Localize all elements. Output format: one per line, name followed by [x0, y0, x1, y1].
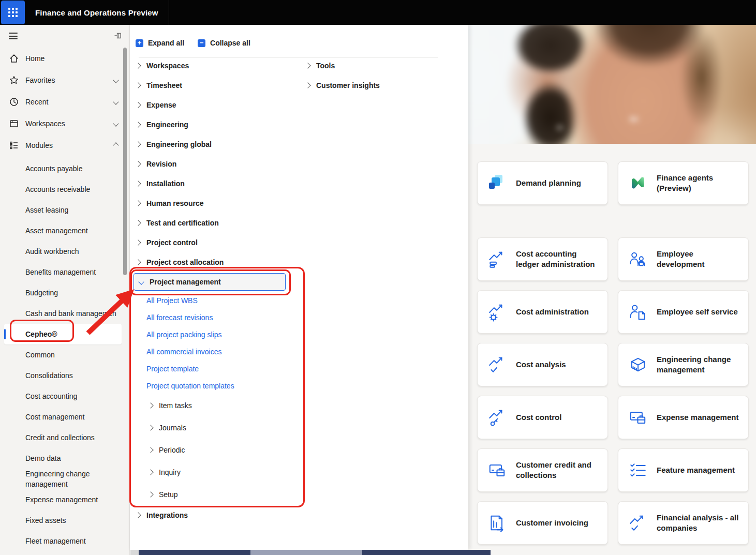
- sidebar-item-home[interactable]: Home: [0, 48, 129, 69]
- module-menu-flyout: + Expand all − Collapse all Workspaces T…: [130, 25, 468, 550]
- tile-cost-analysis[interactable]: Cost analysis: [477, 343, 608, 386]
- workspaces-icon: [9, 118, 19, 129]
- left-navigation-sidebar: Home Favorites Recent Workspaces Modules…: [0, 25, 130, 555]
- tree-item-integrations[interactable]: Integrations: [130, 505, 301, 525]
- menu-link-all-commercial-invoices[interactable]: All commercial invoices: [130, 343, 301, 360]
- module-expense-management[interactable]: Expense management: [4, 489, 122, 510]
- chevron-up-icon: [113, 142, 118, 148]
- tree-item-engineering-global[interactable]: Engineering global: [130, 134, 301, 154]
- tile-customer-credit-and-collections[interactable]: Customer credit and collections: [477, 448, 608, 492]
- menu-link-all-forecast-revisions[interactable]: All forecast revisions: [130, 309, 301, 326]
- app-launcher-waffle-icon[interactable]: [1, 1, 25, 24]
- tree-item-project-management-expanded[interactable]: Project management: [130, 272, 301, 292]
- tree-item-customer-insights[interactable]: Customer insights: [300, 76, 455, 95]
- module-audit-workbench[interactable]: Audit workbench: [4, 241, 122, 262]
- horizontal-scrollbar-thumb[interactable]: [250, 550, 362, 555]
- module-cost-accounting[interactable]: Cost accounting: [4, 386, 122, 407]
- sidebar-header: [0, 25, 129, 48]
- chevron-right-icon: [305, 63, 310, 68]
- chevron-down-icon: [113, 99, 118, 104]
- tree-item-revision[interactable]: Revision: [130, 154, 301, 174]
- tile-employee-development[interactable]: Employee development: [618, 237, 749, 281]
- menu-link-project-template[interactable]: Project template: [130, 360, 301, 377]
- module-fixed-assets[interactable]: Fixed assets: [4, 510, 122, 531]
- menu-group-setup[interactable]: Setup: [130, 483, 301, 505]
- tile-cost-control[interactable]: Cost control: [477, 396, 608, 439]
- tile-demand-planning[interactable]: Demand planning: [477, 161, 608, 205]
- sidebar-item-recent[interactable]: Recent: [0, 91, 129, 113]
- chevron-right-icon: [135, 161, 141, 167]
- people-icon: [628, 249, 648, 269]
- tree-item-installation[interactable]: Installation: [130, 174, 301, 193]
- module-demo-data[interactable]: Demo data: [4, 448, 122, 469]
- menu-tree-left-column: Workspaces Timesheet Expense Engineering…: [130, 56, 301, 525]
- workspace-tiles-grid: Demand planning Finance agents (Preview)…: [477, 161, 749, 545]
- menu-group-inquiry[interactable]: Inquiry: [130, 461, 301, 483]
- trend-bars-icon: [487, 249, 508, 269]
- tree-item-timesheet[interactable]: Timesheet: [130, 76, 301, 95]
- chevron-right-icon: [135, 220, 141, 226]
- menu-toolbar: + Expand all − Collapse all: [136, 39, 250, 47]
- tree-item-human-resource[interactable]: Human resource: [130, 193, 301, 213]
- collapse-all-icon: −: [198, 39, 205, 47]
- menu-group-journals[interactable]: Journals: [130, 416, 301, 439]
- app-title[interactable]: Finance and Operations Preview: [35, 8, 158, 17]
- module-cost-management[interactable]: Cost management: [4, 407, 122, 427]
- chevron-down-icon: [113, 121, 118, 126]
- module-budgeting[interactable]: Budgeting: [4, 282, 122, 303]
- trend-check-icon: [487, 354, 508, 375]
- tile-cost-administration[interactable]: Cost administration: [477, 290, 608, 334]
- tree-item-project-cost-allocation[interactable]: Project cost allocation: [130, 252, 301, 272]
- menu-link-project-quotation-templates[interactable]: Project quotation templates: [130, 377, 301, 394]
- module-credit-and-collections[interactable]: Credit and collections: [4, 427, 122, 448]
- chevron-right-icon: [147, 447, 153, 453]
- module-asset-leasing[interactable]: Asset leasing: [4, 200, 122, 220]
- tile-financial-analysis-all-companies[interactable]: Financial analysis - all companies: [618, 501, 749, 545]
- tree-item-tools[interactable]: Tools: [300, 56, 455, 76]
- sidebar-item-favorites[interactable]: Favorites: [0, 69, 129, 91]
- collapse-all-button[interactable]: − Collapse all: [198, 39, 250, 47]
- tile-engineering-change-management[interactable]: Engineering change management: [618, 343, 749, 386]
- tiles-section-spacer: [477, 214, 749, 228]
- sidebar-scrollbar[interactable]: [123, 48, 127, 275]
- chevron-right-icon: [147, 469, 153, 475]
- module-accounts-payable[interactable]: Accounts payable: [4, 158, 122, 179]
- module-consolidations[interactable]: Consolidations: [4, 365, 122, 386]
- tree-item-engineering[interactable]: Engineering: [130, 115, 301, 134]
- module-fleet-management[interactable]: Fleet management: [4, 531, 122, 551]
- chevron-right-icon: [135, 200, 141, 206]
- chevron-down-icon: [113, 77, 118, 83]
- tile-feature-management[interactable]: Feature management: [618, 448, 749, 492]
- tile-finance-agents-preview[interactable]: Finance agents (Preview): [618, 161, 749, 205]
- tree-item-test-and-certification[interactable]: Test and certification: [130, 213, 301, 233]
- project-management-selected-row[interactable]: Project management: [134, 273, 286, 291]
- tree-item-project-control[interactable]: Project control: [130, 233, 301, 252]
- tile-cost-accounting-ledger-administration[interactable]: Cost accounting ledger administration: [477, 237, 608, 281]
- sidebar-item-workspaces[interactable]: Workspaces: [0, 113, 129, 134]
- module-cepheo[interactable]: Cepheo®: [4, 324, 122, 344]
- module-common[interactable]: Common: [4, 344, 122, 365]
- menu-link-all-project-wbs[interactable]: All Project WBS: [130, 292, 301, 309]
- chevron-right-icon: [135, 141, 141, 147]
- invoice-arrow-icon: [487, 513, 508, 533]
- chevron-right-icon: [135, 259, 141, 265]
- tile-employee-self-service[interactable]: Employee self service: [618, 290, 749, 334]
- module-engineering-change-management[interactable]: Engineering change management: [4, 469, 122, 489]
- tree-item-expense[interactable]: Expense: [130, 95, 301, 115]
- menu-group-item-tasks[interactable]: Item tasks: [130, 394, 301, 416]
- module-asset-management[interactable]: Asset management: [4, 220, 122, 241]
- menu-link-all-project-packing-slips[interactable]: All project packing slips: [130, 326, 301, 343]
- module-accounts-receivable[interactable]: Accounts receivable: [4, 179, 122, 200]
- bottom-bar-segment: [362, 550, 491, 555]
- expand-all-button[interactable]: + Expand all: [136, 39, 184, 47]
- topbar-separator: [169, 0, 169, 25]
- module-benefits-management[interactable]: Benefits management: [4, 262, 122, 282]
- pin-icon[interactable]: [114, 32, 122, 40]
- module-cash-and-bank-management[interactable]: Cash and bank management: [4, 303, 122, 324]
- tile-customer-invoicing[interactable]: Customer invoicing: [477, 501, 608, 545]
- tile-expense-management[interactable]: Expense management: [618, 396, 749, 439]
- menu-group-periodic[interactable]: Periodic: [130, 439, 301, 461]
- tree-item-workspaces[interactable]: Workspaces: [130, 56, 301, 76]
- hamburger-menu-icon[interactable]: [9, 33, 18, 39]
- sidebar-item-modules[interactable]: Modules: [0, 134, 129, 156]
